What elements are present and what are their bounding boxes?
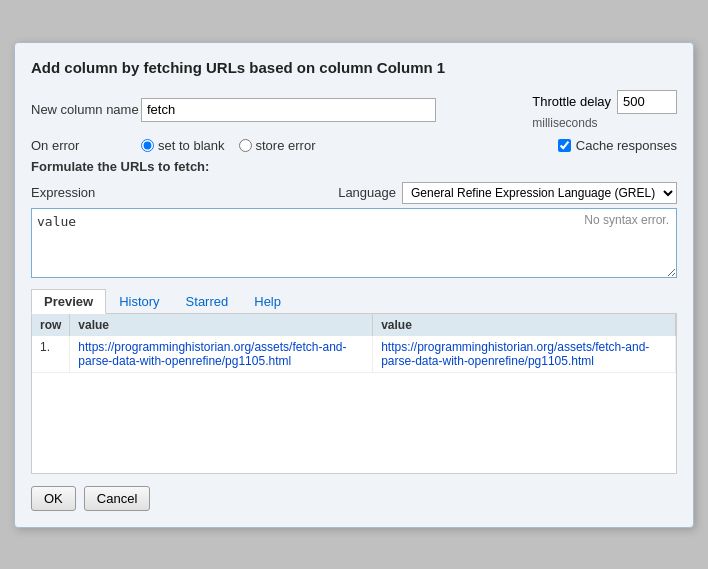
radio-store-error-input[interactable] [239,139,252,152]
throttle-row: Throttle delay [532,90,677,114]
expression-area-wrapper: value No syntax error. [31,208,677,281]
cache-section: Cache responses [558,138,677,153]
radio-group: set to blank store error [141,138,315,153]
tab-starred[interactable]: Starred [173,289,242,314]
footer: OK Cancel [31,486,677,511]
preview-table-wrapper: row value value 1. https://programminghi… [31,314,677,474]
row-value1-link[interactable]: https://programminghistorian.org/assets/… [78,340,346,368]
new-column-label: New column name [31,102,141,117]
radio-set-to-blank-input[interactable] [141,139,154,152]
radio-store-error[interactable]: store error [239,138,316,153]
on-error-label: On error [31,138,141,153]
cache-label: Cache responses [576,138,677,153]
table-row: 1. https://programminghistorian.org/asse… [32,336,676,373]
ok-button[interactable]: OK [31,486,76,511]
expression-textarea[interactable]: value [31,208,677,278]
col-header-row: row [32,314,70,336]
dialog: Add column by fetching URLs based on col… [14,42,694,528]
preview-table: row value value 1. https://programminghi… [32,314,676,373]
new-column-input[interactable] [141,98,436,122]
language-section: Language General Refine Expression Langu… [338,182,677,204]
radio-set-to-blank[interactable]: set to blank [141,138,225,153]
throttle-label: Throttle delay [532,94,611,109]
formulate-label: Formulate the URLs to fetch: [31,159,677,174]
no-syntax-error: No syntax error. [584,213,669,227]
language-select[interactable]: General Refine Expression Language (GREL… [402,182,677,204]
cache-checkbox[interactable] [558,139,571,152]
on-error-row: On error set to blank store error Cache … [31,138,677,153]
row-value2-link[interactable]: https://programminghistorian.org/assets/… [381,340,649,368]
tab-history[interactable]: History [106,289,172,314]
expression-label: Expression [31,185,141,200]
throttle-input[interactable] [617,90,677,114]
tabs-bar: Preview History Starred Help [31,289,677,314]
new-column-row: New column name Throttle delay milliseco… [31,90,677,130]
tab-preview[interactable]: Preview [31,289,106,314]
cancel-button[interactable]: Cancel [84,486,150,511]
tab-help[interactable]: Help [241,289,294,314]
col-header-value2: value [373,314,676,336]
throttle-unit: milliseconds [532,116,597,130]
col-header-value1: value [70,314,373,336]
radio-store-error-label: store error [256,138,316,153]
expression-row: Expression Language General Refine Expre… [31,182,677,204]
language-label: Language [338,185,396,200]
throttle-section: Throttle delay milliseconds [532,90,677,130]
dialog-title: Add column by fetching URLs based on col… [31,59,677,76]
row-value1: https://programminghistorian.org/assets/… [70,336,373,373]
row-value2: https://programminghistorian.org/assets/… [373,336,676,373]
radio-set-to-blank-label: set to blank [158,138,225,153]
row-number: 1. [32,336,70,373]
table-header-row: row value value [32,314,676,336]
